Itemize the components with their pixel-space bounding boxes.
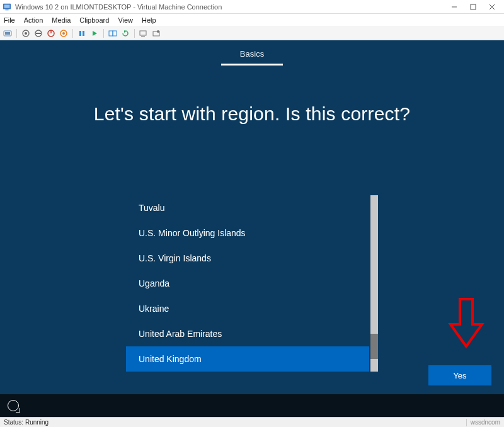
maximize-button[interactable] (464, 0, 483, 14)
checkpoint-icon[interactable] (108, 28, 118, 38)
toolbar-separator (103, 29, 104, 38)
toolbar-separator (72, 29, 73, 38)
svg-rect-4 (471, 4, 476, 9)
menu-file[interactable]: File (4, 16, 15, 24)
region-list: TuvaluU.S. Minor Outlying IslandsU.S. Vi… (126, 195, 378, 372)
svg-point-10 (25, 32, 27, 35)
yes-button[interactable]: Yes (428, 365, 491, 385)
svg-marker-19 (93, 31, 97, 36)
toolbar (0, 26, 504, 40)
region-item[interactable]: United Kingdom (126, 346, 369, 372)
svg-rect-12 (36, 33, 41, 34)
turnoff-icon[interactable] (33, 28, 43, 38)
statusbar: Status: Running wssdncom (0, 417, 504, 427)
revert-icon[interactable] (120, 28, 130, 38)
save-icon[interactable] (59, 28, 69, 38)
vm-app-icon (3, 3, 11, 11)
minimize-button[interactable] (445, 0, 464, 14)
status-text: Status: Running (4, 419, 462, 426)
ctrl-alt-del-icon[interactable] (3, 28, 13, 38)
region-item[interactable]: Tuvalu (126, 195, 369, 220)
reset-icon[interactable] (89, 28, 100, 38)
svg-rect-23 (140, 31, 146, 35)
svg-rect-2 (5, 9, 8, 10)
toolbar-separator (134, 29, 135, 38)
menubar: File Action Media Clipboard View Help (0, 14, 504, 26)
menu-clipboard[interactable]: Clipboard (79, 16, 109, 24)
svg-point-26 (157, 30, 159, 33)
scrollbar[interactable] (370, 195, 378, 372)
svg-rect-24 (141, 36, 145, 37)
region-item[interactable]: United Arab Emirates (126, 321, 369, 346)
svg-rect-17 (79, 31, 81, 36)
toolbar-separator (16, 29, 17, 38)
pause-icon[interactable] (77, 28, 87, 38)
shutdown-icon[interactable] (46, 28, 56, 38)
svg-rect-20 (109, 31, 113, 36)
menu-action[interactable]: Action (24, 16, 43, 24)
region-item[interactable]: U.S. Virgin Islands (126, 246, 369, 271)
tab-basics[interactable]: Basics (221, 49, 283, 65)
start-icon[interactable] (21, 28, 31, 38)
share-icon[interactable] (151, 28, 161, 38)
status-separator (466, 419, 467, 426)
svg-rect-21 (113, 31, 117, 36)
oobe-tabs: Basics (0, 49, 504, 65)
region-item[interactable]: U.S. Minor Outlying Islands (126, 220, 369, 246)
close-button[interactable] (483, 0, 501, 14)
ease-of-access-icon[interactable] (8, 400, 19, 411)
vm-display: Basics Let's start with region. Is this … (0, 40, 504, 417)
titlebar: Windows 10 2 on ILMIONTDESKTOP - Virtual… (0, 0, 504, 14)
page-title: Let's start with region. Is this correct… (0, 103, 504, 125)
window-controls (445, 0, 501, 14)
svg-rect-1 (4, 4, 10, 8)
scrollbar-thumb[interactable] (370, 334, 378, 359)
svg-rect-18 (83, 31, 84, 36)
menu-help[interactable]: Help (142, 16, 156, 24)
svg-rect-8 (5, 32, 10, 35)
watermark-text: wssdncom (471, 419, 500, 426)
window-title: Windows 10 2 on ILMIONTDESKTOP - Virtual… (15, 3, 445, 11)
enhanced-session-icon[interactable] (139, 28, 149, 38)
oobe-screen: Basics Let's start with region. Is this … (0, 40, 504, 417)
region-item[interactable]: Ukraine (126, 296, 369, 321)
region-item[interactable]: Uganda (126, 271, 369, 296)
svg-point-16 (62, 32, 65, 35)
menu-view[interactable]: View (118, 16, 133, 24)
menu-media[interactable]: Media (52, 16, 71, 24)
oobe-footer (0, 394, 504, 417)
